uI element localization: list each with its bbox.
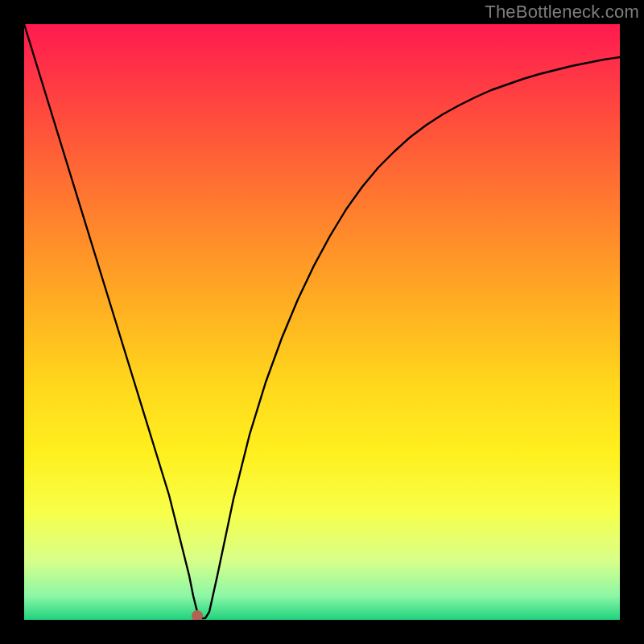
plot-svg [24, 24, 620, 620]
watermark-text: TheBottleneck.com [485, 2, 639, 23]
gradient-background [24, 24, 620, 620]
chart-frame: TheBottleneck.com [0, 0, 644, 644]
plot-area [24, 24, 620, 620]
